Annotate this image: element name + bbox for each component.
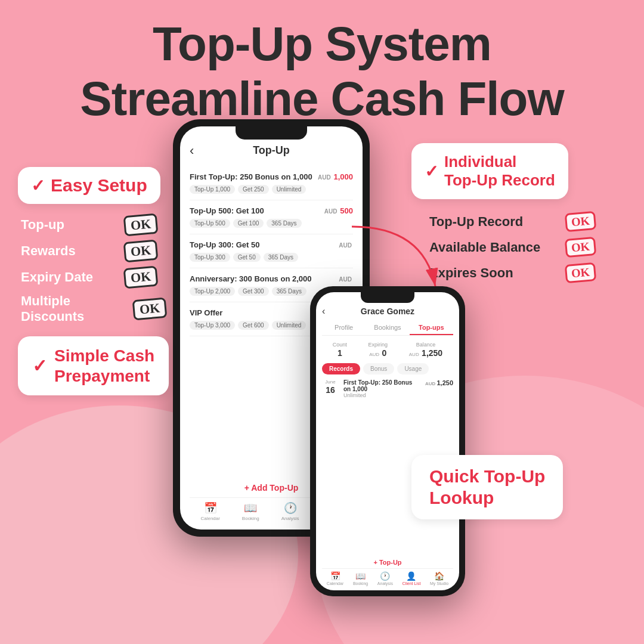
analysis-icon: 🕐 (284, 501, 297, 515)
small-studio-icon: 🏠 (434, 571, 444, 581)
stat-expiring: Expiring AUD 0 (369, 342, 388, 358)
simple-cash-check: ✓ (32, 355, 47, 376)
client-back-arrow[interactable]: ‹ (322, 306, 325, 317)
title-line2: Streamline Cash Flow (0, 72, 644, 126)
ok-item-rewards: Rewards OK (21, 241, 221, 261)
nav-small-booking[interactable]: 📖 Booking (353, 571, 368, 586)
tab-bookings[interactable]: Bookings (366, 321, 409, 335)
arrow-svg (334, 215, 453, 322)
nav-calendar[interactable]: 📅 Calendar (200, 501, 219, 521)
nav-booking[interactable]: 📖 Booking (242, 501, 259, 521)
nav-small-client-list[interactable]: 👤 Client List (402, 571, 421, 586)
page-container: Top-Up System Streamline Cash Flow ✓ Eas… (0, 0, 644, 644)
quick-lookup-wrapper: Quick Top-UpLookup (411, 449, 626, 519)
ok-label-topup: Top-up (21, 217, 113, 233)
bottom-nav-small: 📅 Calendar 📖 Booking 🕐 Analysis 👤 (322, 568, 453, 587)
calendar-icon: 📅 (204, 501, 217, 515)
right-ok-stamp-expires: OK (565, 262, 597, 283)
easy-setup-badge: ✓ Easy Setup (18, 167, 160, 204)
left-panel: ✓ Easy Setup Top-up OK Rewards OK Expiry… (18, 167, 221, 395)
ok-stamp-topup: OK (123, 213, 159, 237)
individual-check: ✓ (425, 162, 438, 181)
right-ok-item-expires: Expires Soon OK (429, 264, 626, 282)
screen-header: ‹ Top-Up (190, 144, 353, 157)
ok-stamp-expiry: OK (123, 266, 159, 289)
nav-analysis[interactable]: 🕐 Analysis (281, 501, 299, 521)
nav-small-calendar[interactable]: 📅 Calendar (327, 571, 343, 586)
easy-setup-label: Easy Setup (51, 175, 147, 196)
small-client-icon: 👤 (406, 571, 416, 581)
ok-label-rewards: Rewards (21, 243, 113, 259)
title-section: Top-Up System Streamline Cash Flow (0, 0, 644, 126)
right-ok-stamp-balance: OK (565, 237, 597, 258)
record-info: First Top-Up: 250 Bonus on 1,000 Unlimit… (343, 379, 420, 398)
right-panel: ✓ IndividualTop-Up Record Top-Up Record … (411, 143, 626, 519)
right-ok-item-balance: Available Balance OK (429, 238, 626, 256)
stat-count: Count 1 (333, 342, 347, 358)
ok-label-discounts: MultipleDiscounts (21, 293, 122, 324)
small-analysis-icon: 🕐 (380, 571, 390, 581)
individual-label: IndividualTop-Up Record (444, 153, 555, 190)
simple-cash-badge: ✓ Simple CashPrepayment (18, 336, 169, 395)
quick-lookup-badge: Quick Top-UpLookup (411, 455, 563, 519)
record-date: June 16 (322, 379, 339, 395)
screen-title: Top-Up (253, 144, 290, 157)
quick-lookup-label: Quick Top-UpLookup (429, 466, 545, 507)
ok-item-expiry: Expiry Date OK (21, 267, 221, 287)
phone-large-notch (236, 126, 307, 140)
easy-setup-check: ✓ (31, 176, 45, 196)
nav-small-my-studio[interactable]: 🏠 My Studio (430, 571, 448, 586)
small-calendar-icon: 📅 (330, 571, 340, 581)
ok-stamp-rewards: OK (123, 240, 159, 263)
ok-item-topup: Top-up OK (21, 215, 221, 235)
individual-badge: ✓ IndividualTop-Up Record (411, 143, 568, 199)
title-line1: Top-Up System (0, 17, 644, 72)
ok-stamp-discounts: OK (132, 298, 168, 321)
right-ok-stamp-record: OK (565, 211, 597, 232)
booking-icon: 📖 (244, 501, 257, 515)
ok-item-discounts: MultipleDiscounts OK (21, 293, 221, 324)
ok-label-expiry: Expiry Date (21, 270, 113, 285)
ok-list: Top-up OK Rewards OK Expiry Date OK Mult… (18, 215, 221, 324)
back-arrow[interactable]: ‹ (190, 143, 194, 159)
simple-cash-label: Simple CashPrepayment (54, 346, 154, 386)
tab-profile[interactable]: Profile (322, 321, 366, 335)
record-tab-records[interactable]: Records (322, 363, 360, 374)
small-booking-icon: 📖 (355, 571, 366, 581)
right-ok-item-record: Top-Up Record OK (429, 212, 626, 231)
record-tab-bonus[interactable]: Bonus (363, 363, 394, 374)
nav-small-analysis[interactable]: 🕐 Analysis (377, 571, 393, 586)
add-top-up-small-button[interactable]: + Top-Up (322, 555, 453, 568)
